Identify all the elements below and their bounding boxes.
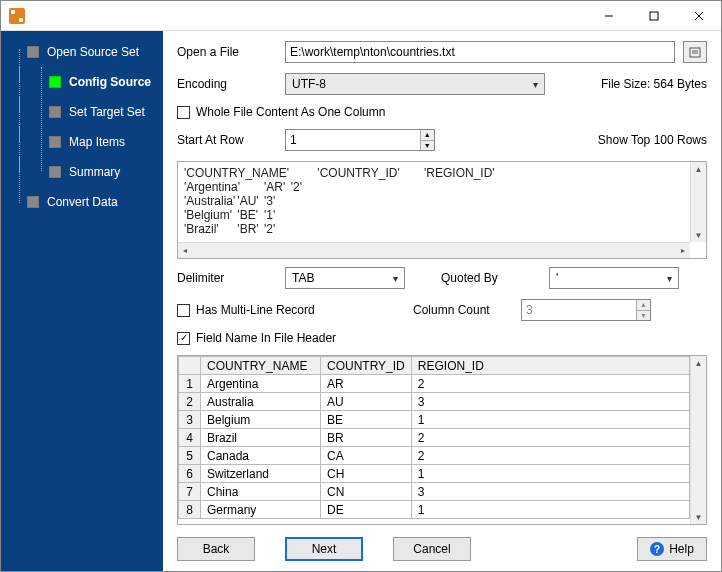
table-cell[interactable]: BE [321,411,412,429]
table-row[interactable]: 5CanadaCA2 [179,447,690,465]
step-open-source-set[interactable]: Open Source Set [15,37,163,67]
arrow-down-icon[interactable]: ▼ [637,311,650,321]
start-row-input[interactable] [286,130,420,150]
arrow-down-icon[interactable]: ▼ [421,141,434,151]
table-cell[interactable]: Australia [201,393,321,411]
start-row-spinner[interactable]: ▲▼ [285,129,435,151]
spinner-arrows[interactable]: ▲▼ [420,130,434,150]
step-icon [49,136,61,148]
table-row[interactable]: 8GermanyDE1 [179,501,690,519]
row-header[interactable]: 3 [179,411,201,429]
whole-file-checkbox[interactable]: Whole File Content As One Column [177,105,385,119]
table-row[interactable]: 7ChinaCN3 [179,483,690,501]
table-cell[interactable]: 2 [411,375,689,393]
scroll-right-icon[interactable]: ▸ [676,243,690,258]
scroll-down-icon[interactable]: ▼ [691,510,706,524]
table-corner [179,357,201,375]
step-map-items[interactable]: Map Items [15,127,163,157]
quoted-by-value: ' [556,271,558,285]
open-file-input[interactable] [285,41,675,63]
table-cell[interactable]: Belgium [201,411,321,429]
next-button[interactable]: Next [285,537,363,561]
browse-file-button[interactable] [683,41,707,63]
open-file-label: Open a File [177,45,277,59]
step-icon [27,196,39,208]
table-cell[interactable]: 1 [411,501,689,519]
row-header[interactable]: 5 [179,447,201,465]
table-cell[interactable]: CA [321,447,412,465]
back-button[interactable]: Back [177,537,255,561]
table-cell[interactable]: 3 [411,393,689,411]
table-row[interactable]: 6SwitzerlandCH1 [179,465,690,483]
scroll-up-icon[interactable]: ▲ [691,162,706,176]
spinner-arrows[interactable]: ▲▼ [636,300,650,320]
table-cell[interactable]: Switzerland [201,465,321,483]
field-name-header-checkbox[interactable]: ✓ Field Name In File Header [177,331,336,345]
help-button[interactable]: ? Help [637,537,707,561]
table-cell[interactable]: 2 [411,429,689,447]
step-config-source[interactable]: Config Source [15,67,163,97]
step-summary[interactable]: Summary [15,157,163,187]
table-cell[interactable]: Brazil [201,429,321,447]
scroll-left-icon[interactable]: ◂ [178,243,192,258]
column-header[interactable]: REGION_ID [411,357,689,375]
row-header[interactable]: 4 [179,429,201,447]
row-header[interactable]: 6 [179,465,201,483]
preview-scrollbar-vertical[interactable]: ▲ ▼ [690,162,706,242]
arrow-up-icon[interactable]: ▲ [421,130,434,141]
encoding-value: UTF-8 [292,77,326,91]
header-checkbox-row: ✓ Field Name In File Header [177,331,707,345]
delimiter-select[interactable]: TAB ▾ [285,267,405,289]
cancel-button[interactable]: Cancel [393,537,471,561]
table-row[interactable]: 2AustraliaAU3 [179,393,690,411]
encoding-select[interactable]: UTF-8 ▾ [285,73,545,95]
table-cell[interactable]: Germany [201,501,321,519]
delimiter-label: Delimiter [177,271,277,285]
close-button[interactable] [676,1,721,31]
table-cell[interactable]: China [201,483,321,501]
dialog-window: Open Source Set Config Source Set Target… [0,0,722,572]
table-cell[interactable]: CN [321,483,412,501]
table-header-row: COUNTRY_NAME COUNTRY_ID REGION_ID [179,357,690,375]
maximize-button[interactable] [631,1,676,31]
multiline-checkbox[interactable]: Has Multi-Line Record [177,303,397,317]
app-icon [9,8,25,24]
table-cell[interactable]: 2 [411,447,689,465]
checkbox-icon [177,106,190,119]
table-cell[interactable]: Argentina [201,375,321,393]
column-count-input[interactable] [522,300,636,320]
preview-scrollbar-horizontal[interactable]: ◂ ▸ [178,242,690,258]
step-set-target-set[interactable]: Set Target Set [15,97,163,127]
column-header[interactable]: COUNTRY_NAME [201,357,321,375]
table-cell[interactable]: 1 [411,411,689,429]
table-cell[interactable]: 1 [411,465,689,483]
row-header[interactable]: 7 [179,483,201,501]
dialog-body: Open Source Set Config Source Set Target… [1,31,721,571]
column-count-spinner[interactable]: ▲▼ [521,299,651,321]
row-header[interactable]: 1 [179,375,201,393]
table-cell[interactable]: BR [321,429,412,447]
step-convert-data[interactable]: Convert Data [15,187,163,217]
whole-file-row: Whole File Content As One Column [177,105,707,119]
table-row[interactable]: 3BelgiumBE1 [179,411,690,429]
table-cell[interactable]: AU [321,393,412,411]
table-row[interactable]: 4BrazilBR2 [179,429,690,447]
table-cell[interactable]: CH [321,465,412,483]
chevron-down-icon: ▾ [533,79,538,90]
chevron-down-icon: ▾ [393,273,398,284]
step-label: Config Source [69,75,151,89]
minimize-button[interactable] [586,1,631,31]
table-cell[interactable]: DE [321,501,412,519]
scroll-up-icon[interactable]: ▲ [691,356,706,370]
row-header[interactable]: 8 [179,501,201,519]
column-header[interactable]: COUNTRY_ID [321,357,412,375]
quoted-by-select[interactable]: ' ▾ [549,267,679,289]
row-header[interactable]: 2 [179,393,201,411]
table-cell[interactable]: AR [321,375,412,393]
table-row[interactable]: 1ArgentinaAR2 [179,375,690,393]
scroll-down-icon[interactable]: ▼ [691,228,706,242]
table-cell[interactable]: 3 [411,483,689,501]
grid-scrollbar-vertical[interactable]: ▲ ▼ [690,356,706,524]
arrow-up-icon[interactable]: ▲ [637,300,650,311]
table-cell[interactable]: Canada [201,447,321,465]
